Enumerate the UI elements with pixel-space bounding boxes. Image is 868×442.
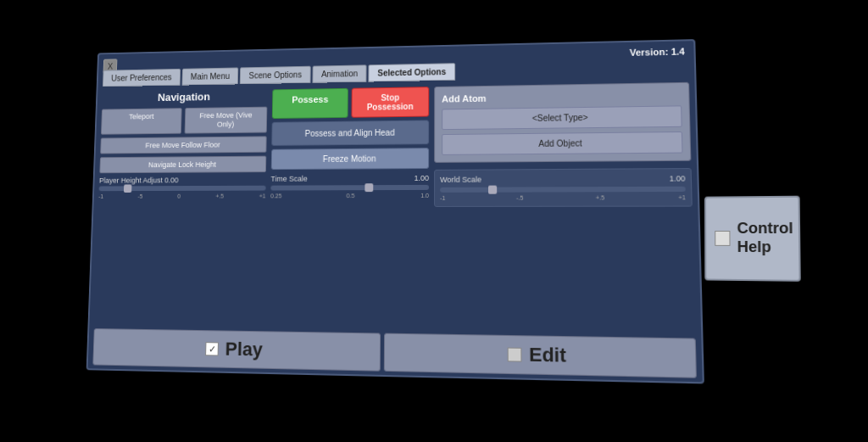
main-panel: X Version: 1.4 User Preferences Main Men… — [86, 39, 704, 383]
navigate-lock-button[interactable]: Navigate Lock Height — [99, 155, 266, 173]
tab-animation[interactable]: Animation — [312, 64, 367, 83]
tab-selected-options[interactable]: Selected Options — [369, 63, 456, 81]
player-height-slider[interactable] — [99, 185, 266, 191]
teleport-button[interactable]: Teleport — [101, 108, 182, 134]
navigation-section: Navigation Teleport Free Move (Vive Only… — [94, 89, 268, 325]
world-scale-ticks: -1 -.5 +.5 +1 — [440, 194, 686, 201]
time-scale-thumb[interactable] — [364, 183, 373, 192]
time-scale-ticks: 0.25 0.5 1.0 — [270, 192, 429, 198]
control-help-panel[interactable]: ControlHelp — [704, 195, 801, 281]
add-atom-section: Add Atom <Select Type> Add Object World … — [434, 81, 696, 331]
nav-top-row: Teleport Free Move (Vive Only) — [101, 106, 267, 134]
scene: X Version: 1.4 User Preferences Main Men… — [53, 26, 815, 417]
player-height-ticks: -1 -5 0 +.5 +1 — [98, 193, 265, 199]
time-scale-slider[interactable] — [270, 184, 429, 190]
world-scale-thumb[interactable] — [488, 185, 497, 193]
content-area: Navigation Teleport Free Move (Vive Only… — [94, 81, 695, 331]
control-help-label: ControlHelp — [737, 220, 793, 257]
time-scale-label: Time Scale 1.00 — [270, 173, 429, 182]
play-checkbox[interactable]: ✓ — [205, 342, 219, 355]
world-scale-label: World Scale 1.00 — [440, 174, 685, 184]
player-height-thumb[interactable] — [123, 184, 131, 193]
stop-possession-button[interactable]: Stop Possession — [351, 87, 429, 118]
tab-scene-options[interactable]: Scene Options — [240, 65, 311, 84]
add-atom-title: Add Atom — [442, 90, 682, 104]
select-type-button[interactable]: <Select Type> — [442, 105, 682, 130]
bottom-bar: ✓ Play Edit — [88, 325, 703, 382]
free-move-floor-button[interactable]: Free Move Follow Floor — [100, 135, 267, 153]
edit-button[interactable]: Edit — [384, 333, 697, 378]
tab-main-menu[interactable]: Main Menu — [181, 67, 238, 85]
navigation-title: Navigation — [102, 89, 267, 104]
world-scale-box: World Scale 1.00 -1 -.5 +.5 +1 — [434, 168, 693, 207]
free-move-button[interactable]: Free Move (Vive Only) — [185, 106, 268, 133]
add-atom-box: Add Atom <Select Type> Add Object — [434, 81, 691, 162]
add-object-button[interactable]: Add Object — [442, 131, 682, 154]
control-help-checkbox[interactable] — [715, 231, 730, 246]
edit-label: Edit — [529, 343, 566, 366]
tab-user-preferences[interactable]: User Preferences — [103, 68, 181, 86]
version-label: Version: 1.4 — [630, 46, 685, 57]
freeze-motion-button[interactable]: Freeze Motion — [271, 148, 429, 170]
play-button[interactable]: ✓ Play — [92, 328, 381, 372]
edit-checkbox[interactable] — [508, 347, 522, 361]
controls-section: Possess Stop Possession Possess and Alig… — [268, 87, 429, 327]
possess-button[interactable]: Possess — [272, 87, 348, 118]
player-height-label: Player Height Adjust 0.00 — [99, 175, 266, 184]
world-scale-slider[interactable] — [440, 186, 686, 192]
tabs-bar: User Preferences Main Menu Scene Options… — [98, 58, 695, 87]
possess-row: Possess Stop Possession — [272, 87, 429, 119]
possess-align-button[interactable]: Possess and Align Head — [271, 120, 429, 145]
play-label: Play — [225, 338, 262, 361]
